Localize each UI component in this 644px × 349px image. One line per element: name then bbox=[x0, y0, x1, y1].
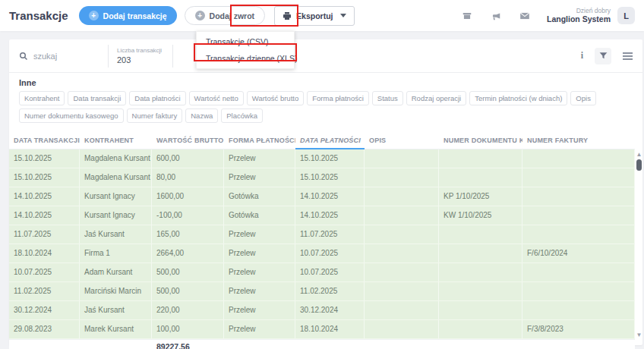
search-input[interactable] bbox=[33, 52, 97, 61]
table-row[interactable]: 29.08.2023 Marek Kursant 100,00 Przelew … bbox=[9, 320, 635, 339]
table-cell bbox=[9, 340, 80, 349]
table-cell: F/3/8/2023 bbox=[522, 320, 635, 338]
filter-chip[interactable]: Wartość brutto bbox=[247, 91, 304, 105]
table-row[interactable]: 14.10.2025 Kursant Ignacy 1600,00 Gotówk… bbox=[9, 187, 635, 206]
table-cell: Marek Kursant bbox=[80, 320, 152, 338]
search-group bbox=[19, 52, 99, 61]
filter-chip[interactable]: Rodzaj operacji bbox=[406, 91, 466, 105]
column-header[interactable]: DATA TRANSAKCJI bbox=[9, 131, 80, 149]
table-cell: 15.10.2025 bbox=[295, 149, 365, 168]
export-dropdown-menu: Transakcje (CSV) Transakcje dzienne (XLS… bbox=[196, 31, 295, 69]
table-body: 15.10.2025 Magdalena Kursant 600,00 Prze… bbox=[9, 149, 635, 339]
plus-icon: + bbox=[89, 11, 99, 20]
table-row[interactable]: 18.10.2024 Firma 1 2664,00 Przelew 10.07… bbox=[9, 244, 635, 263]
column-header[interactable]: NUMER DOKUMENTU KAS... bbox=[439, 131, 522, 149]
table-cell: 30.12.2024 bbox=[9, 301, 80, 319]
column-header[interactable]: FORMA PŁATNOŚCI bbox=[224, 131, 295, 149]
table-cell bbox=[439, 263, 522, 281]
filters-group-label: Inne bbox=[19, 78, 633, 87]
table-cell: Przelew bbox=[224, 320, 295, 338]
filter-chip[interactable]: Wartość netto bbox=[189, 91, 244, 105]
scroll-down-icon[interactable]: ▼ bbox=[636, 332, 642, 338]
table-row[interactable]: 11.07.2025 Jaś Kursant 165,00 Przelew 11… bbox=[9, 225, 635, 244]
column-header[interactable]: OPIS bbox=[365, 131, 439, 149]
export-menu-item[interactable]: Transakcje dzienne (XLS) bbox=[197, 50, 294, 67]
filter-chip[interactable]: Data płatności bbox=[129, 91, 185, 105]
table-cell bbox=[522, 149, 635, 168]
page-title: Transakcje bbox=[9, 9, 68, 22]
divider bbox=[172, 45, 173, 68]
table-cell: 165,00 bbox=[152, 225, 224, 244]
table-cell: 10.07.2025 bbox=[295, 244, 365, 263]
add-transaction-label: Dodaj transakcję bbox=[103, 11, 167, 20]
greeting-text: Dzień dobry bbox=[547, 7, 611, 15]
column-header[interactable]: NUMER FAKTURY bbox=[522, 131, 635, 149]
table-cell: 80,00 bbox=[152, 168, 224, 187]
avatar[interactable]: L bbox=[617, 7, 635, 24]
table-cell: 18.10.2024 bbox=[9, 244, 80, 263]
add-refund-button[interactable]: + Dodaj zwrot bbox=[185, 6, 266, 25]
topbar: Transakcje + Dodaj transakcję + Dodaj zw… bbox=[0, 0, 644, 31]
table-cell: F/6/10/2024 bbox=[522, 244, 635, 263]
filter-chip[interactable]: Data transakcji bbox=[68, 91, 126, 105]
table-cell bbox=[365, 282, 439, 300]
table-cell: Jaś Kursant bbox=[80, 225, 152, 244]
table-row[interactable]: 15.10.2025 Magdalena Kursant 80,00 Przel… bbox=[9, 168, 635, 187]
mail-icon[interactable] bbox=[519, 11, 530, 21]
info-icon[interactable]: i bbox=[581, 50, 583, 61]
table-cell: 2664,00 bbox=[152, 244, 224, 263]
table-cell bbox=[522, 225, 635, 244]
table-cell bbox=[522, 301, 635, 319]
column-header[interactable]: DATA PŁATNOŚCI↓ bbox=[295, 131, 365, 149]
table-cell: 500,00 bbox=[152, 263, 224, 281]
table-cell: 29.08.2023 bbox=[9, 320, 80, 338]
add-transaction-button[interactable]: + Dodaj transakcję bbox=[79, 6, 177, 25]
table-row[interactable]: 15.10.2025 Magdalena Kursant 600,00 Prze… bbox=[9, 149, 635, 168]
export-button[interactable]: Eksportuj bbox=[274, 6, 354, 26]
column-header[interactable]: WARTOŚĆ BRUTTO bbox=[152, 131, 224, 149]
divider bbox=[108, 45, 109, 68]
column-header[interactable]: KONTRAHENT bbox=[80, 131, 152, 149]
table-cell: Gotówka bbox=[224, 187, 295, 206]
table-cell bbox=[439, 225, 522, 244]
plus-icon: + bbox=[195, 11, 205, 20]
table-cell: 11.02.2025 bbox=[295, 282, 365, 300]
table-row[interactable]: 11.02.2025 Marciński Marcin 500,00 Przel… bbox=[9, 282, 635, 301]
filter-chip[interactable]: Kontrahent bbox=[19, 91, 65, 105]
table-cell: 10.07.2025 bbox=[295, 263, 365, 281]
table-row[interactable]: 30.12.2024 Jaś Kursant 220,00 Przelew 30… bbox=[9, 301, 635, 320]
table-cell: 10.07.2025 bbox=[9, 263, 80, 281]
megaphone-icon[interactable] bbox=[491, 11, 501, 21]
filter-chip[interactable]: Termin płatności (w dniach) bbox=[469, 91, 567, 105]
table-cell: KP 1/10/2025 bbox=[439, 187, 522, 206]
filter-chip[interactable]: Forma płatności bbox=[307, 91, 369, 105]
filter-chip[interactable]: Status bbox=[372, 91, 403, 105]
table-cell: 14.10.2025 bbox=[9, 187, 80, 206]
table-row[interactable]: 10.07.2025 Adam Kursant 500,00 Przelew 1… bbox=[9, 263, 635, 282]
table-cell: 15.10.2025 bbox=[9, 149, 80, 168]
table-row[interactable]: 14.10.2025 Kursant Ignacy -100,00 Gotówk… bbox=[9, 206, 635, 225]
filter-chips: Kontrahent Data transakcji Data płatnośc… bbox=[19, 91, 633, 123]
archive-box-icon[interactable] bbox=[462, 11, 472, 21]
filter-chip[interactable]: Numer faktury bbox=[127, 108, 183, 123]
filter-icon[interactable] bbox=[595, 48, 611, 64]
summary-total-value: 89227,56 bbox=[152, 340, 224, 349]
table-cell: Przelew bbox=[224, 149, 295, 168]
table-cell bbox=[522, 282, 635, 300]
table-cell: 11.07.2025 bbox=[295, 225, 365, 244]
menu-icon[interactable] bbox=[623, 51, 633, 61]
table-cell bbox=[80, 340, 152, 349]
transactions-count-value: 203 bbox=[117, 55, 164, 65]
table-cell: 11.02.2025 bbox=[9, 282, 80, 300]
scroll-up-icon[interactable]: ▲ bbox=[636, 151, 642, 158]
scrollbar-thumb[interactable] bbox=[636, 159, 642, 171]
export-menu-item[interactable]: Transakcje (CSV) bbox=[197, 33, 294, 50]
table-cell: Kursant Ignacy bbox=[80, 206, 152, 225]
filter-chip[interactable]: Nazwa bbox=[185, 108, 218, 123]
filter-chip[interactable]: Placówka bbox=[221, 108, 263, 123]
table-cell: 14.10.2025 bbox=[9, 206, 80, 225]
table-cell: 15.10.2025 bbox=[295, 168, 365, 187]
filter-chip[interactable]: Numer dokumentu kasowego bbox=[19, 108, 124, 123]
filter-chip[interactable]: Opis bbox=[570, 91, 596, 105]
table-cell bbox=[365, 187, 439, 206]
